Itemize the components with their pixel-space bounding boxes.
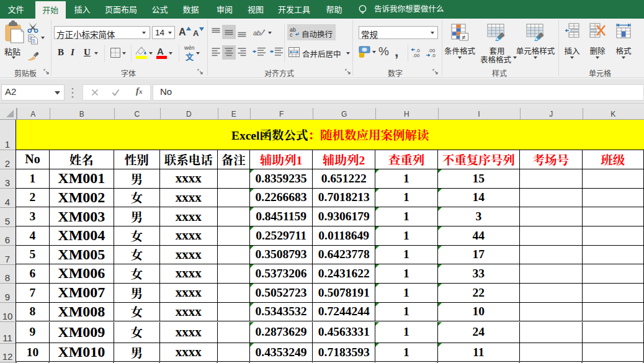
svg-text:≠: ≠ [462, 34, 465, 41]
svg-text:c: c [290, 32, 293, 37]
svg-text:.0: .0 [431, 53, 436, 58]
svg-text:ab: ab [253, 29, 261, 37]
svg-text:.00: .00 [413, 53, 420, 58]
